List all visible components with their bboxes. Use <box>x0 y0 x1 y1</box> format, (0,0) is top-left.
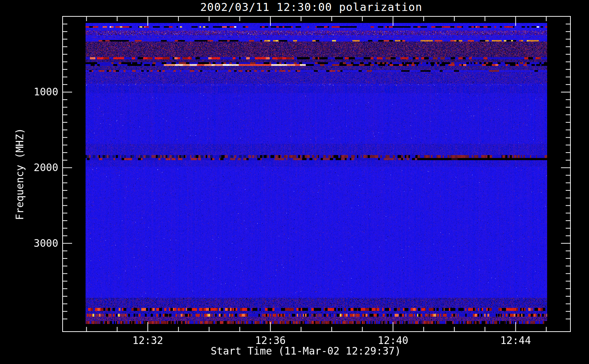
axes-ticks <box>0 0 589 364</box>
spectrogram-page: 2002/03/11 12:30:00 polarization 1000200… <box>0 0 589 364</box>
y-tick-label: 1000 <box>15 86 58 98</box>
y-axis-title: Frequency (MHZ) <box>14 101 27 247</box>
x-axis-title: Start Time (11-Mar-02 12:29:37) <box>51 345 561 357</box>
